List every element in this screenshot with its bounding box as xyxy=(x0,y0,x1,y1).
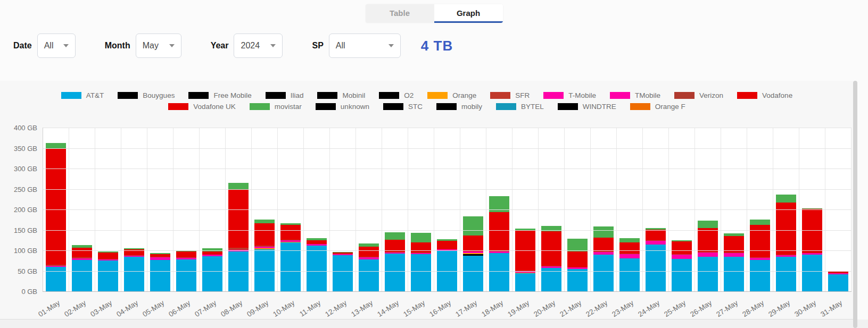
stacked-bar[interactable] xyxy=(828,271,848,291)
bar-segment[interactable] xyxy=(307,246,326,291)
stacked-bar[interactable] xyxy=(385,232,404,291)
bar-segment[interactable] xyxy=(463,256,483,291)
bar-segment[interactable] xyxy=(619,242,639,254)
bar-segment[interactable] xyxy=(228,190,248,248)
bar-segment[interactable] xyxy=(72,248,92,257)
bar-segment[interactable] xyxy=(333,255,352,291)
stacked-bar[interactable] xyxy=(463,216,483,291)
bar-segment[interactable] xyxy=(802,255,822,291)
month-select[interactable]: May xyxy=(136,33,181,58)
bar-segment[interactable] xyxy=(489,212,509,251)
bar-segment[interactable] xyxy=(593,226,613,238)
stacked-bar[interactable] xyxy=(567,239,587,291)
bar-segment[interactable] xyxy=(46,148,65,265)
bar-segment[interactable] xyxy=(646,230,665,240)
stacked-bar[interactable] xyxy=(619,238,639,291)
legend-label: Vodafone xyxy=(762,91,792,99)
stacked-bar[interactable] xyxy=(150,253,170,291)
bar-segment[interactable] xyxy=(463,216,483,235)
sp-select[interactable]: All xyxy=(329,33,401,58)
bar-segment[interactable] xyxy=(698,257,717,291)
stacked-bar[interactable] xyxy=(98,251,118,291)
bar-segment[interactable] xyxy=(176,251,196,257)
date-select[interactable]: All xyxy=(37,33,76,58)
bar-segment[interactable] xyxy=(802,209,822,253)
stacked-bar[interactable] xyxy=(228,183,248,291)
stacked-bar[interactable] xyxy=(672,240,691,291)
bar-segment[interactable] xyxy=(619,258,639,291)
bar-segment[interactable] xyxy=(385,232,404,240)
stacked-bar[interactable] xyxy=(437,239,457,291)
stacked-bar[interactable] xyxy=(489,196,509,291)
bar-segment[interactable] xyxy=(307,240,326,244)
stacked-bar[interactable] xyxy=(72,245,92,291)
bar-segment[interactable] xyxy=(646,241,665,245)
stacked-bar[interactable] xyxy=(307,238,326,291)
stacked-bar[interactable] xyxy=(698,221,717,291)
stacked-bar[interactable] xyxy=(646,228,665,291)
x-tick-label: 11-May xyxy=(298,299,322,318)
bar-segment[interactable] xyxy=(46,143,65,148)
stacked-bar[interactable] xyxy=(280,223,300,291)
bar-segment[interactable] xyxy=(724,253,743,257)
bar-segment[interactable] xyxy=(593,238,613,251)
bar-segment[interactable] xyxy=(359,247,378,257)
bar-segment[interactable] xyxy=(619,254,639,258)
bar-segment[interactable] xyxy=(750,220,770,224)
bar-segment[interactable] xyxy=(698,221,717,228)
bar-segment[interactable] xyxy=(280,225,300,240)
stacked-bar[interactable] xyxy=(124,248,144,291)
stacked-bar[interactable] xyxy=(411,233,431,291)
bar-segment[interactable] xyxy=(567,251,587,267)
bar-segment[interactable] xyxy=(698,228,717,252)
bar-segment[interactable] xyxy=(776,203,796,255)
bar-segment[interactable] xyxy=(646,245,665,291)
bar-segment[interactable] xyxy=(776,195,796,203)
bar-segment[interactable] xyxy=(698,253,717,257)
bar-segment[interactable] xyxy=(98,260,118,291)
bar-segment[interactable] xyxy=(124,257,144,291)
stacked-bar[interactable] xyxy=(202,248,222,291)
tab-graph[interactable]: Graph xyxy=(434,4,503,23)
bar-segment[interactable] xyxy=(359,259,378,291)
bar-segment[interactable] xyxy=(724,257,743,291)
bar-segment[interactable] xyxy=(437,241,457,249)
bar-segment[interactable] xyxy=(489,253,509,291)
tab-table[interactable]: Table xyxy=(366,4,434,23)
stacked-bar[interactable] xyxy=(333,252,352,291)
bar-segment[interactable] xyxy=(411,254,431,291)
bar-segment[interactable] xyxy=(515,273,535,291)
bar-segment[interactable] xyxy=(672,241,691,254)
bar-segment[interactable] xyxy=(672,255,691,259)
bar-segment[interactable] xyxy=(541,268,561,291)
bar-segment[interactable] xyxy=(254,220,274,224)
bar-segment[interactable] xyxy=(541,231,561,266)
bar-segment[interactable] xyxy=(619,238,639,242)
stacked-bar[interactable] xyxy=(593,226,613,291)
stacked-bar[interactable] xyxy=(515,229,535,291)
stacked-bar[interactable] xyxy=(724,233,743,291)
bar-segment[interactable] xyxy=(672,259,691,291)
bar-segment[interactable] xyxy=(776,257,796,291)
bar-segment[interactable] xyxy=(750,260,770,291)
vertical-scrollbar[interactable] xyxy=(853,81,857,328)
stacked-bar[interactable] xyxy=(46,143,65,291)
bar-segment[interactable] xyxy=(228,251,248,291)
stacked-bar[interactable] xyxy=(802,208,822,291)
bar-segment[interactable] xyxy=(98,253,118,259)
bar-segment[interactable] xyxy=(828,274,848,291)
bar-segment[interactable] xyxy=(567,269,587,291)
bar-segment[interactable] xyxy=(593,255,613,291)
bar-segment[interactable] xyxy=(176,259,196,291)
stacked-bar[interactable] xyxy=(541,226,561,291)
bar-segment[interactable] xyxy=(254,223,274,246)
bar-segment[interactable] xyxy=(567,239,587,251)
bar-segment[interactable] xyxy=(463,236,483,252)
year-select[interactable]: 2024 xyxy=(234,33,283,58)
bar-segment[interactable] xyxy=(411,233,431,242)
bar-segment[interactable] xyxy=(150,260,170,291)
bar-segment[interactable] xyxy=(385,254,404,291)
sp-label: SP xyxy=(312,41,323,51)
bar-segment[interactable] xyxy=(202,256,222,291)
bar-segment[interactable] xyxy=(72,260,92,291)
